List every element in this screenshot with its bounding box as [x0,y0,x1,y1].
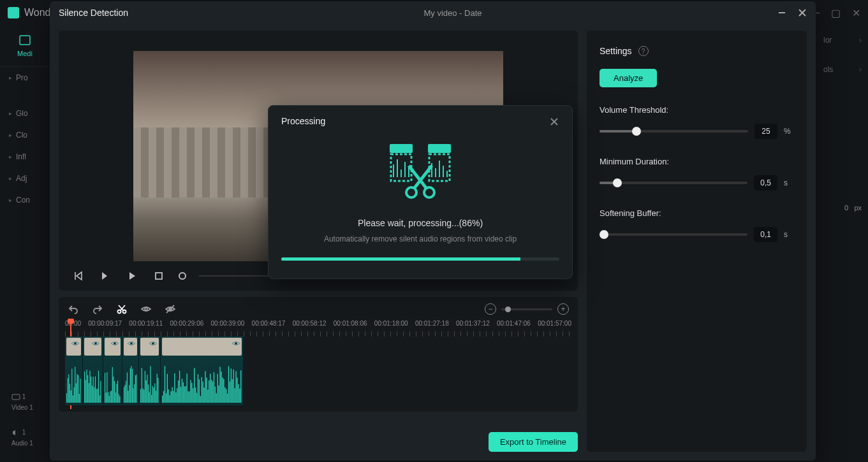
timeline-clip[interactable] [139,336,161,405]
bg-window-max-icon[interactable]: ▢ [831,7,841,19]
svg-rect-27 [84,372,85,403]
svg-rect-42 [100,381,101,403]
settings-label: Settings [600,46,632,56]
svg-rect-17 [71,369,72,403]
window-minimize-button[interactable] [777,8,786,17]
window-close-button[interactable] [798,8,807,17]
timeline-clip[interactable] [65,336,83,405]
processing-progress-bar [281,257,559,261]
svg-rect-120 [196,393,197,403]
min-duration-slider[interactable] [600,182,747,184]
visibility-button[interactable] [140,303,152,315]
svg-rect-98 [170,395,170,403]
svg-rect-18 [73,395,73,403]
help-icon[interactable]: ? [638,46,649,56]
svg-rect-57 [119,394,119,403]
svg-rect-82 [149,392,150,403]
soften-buffer-slider[interactable] [600,233,747,236]
svg-point-43 [114,342,116,345]
svg-rect-110 [184,386,185,403]
svg-rect-117 [193,388,193,403]
svg-rect-160 [428,144,451,153]
media-icon [18,34,31,46]
bg-sidebar-item[interactable]: ▸Con [0,189,50,211]
window-header: Silence Detection My video - Date [50,1,816,24]
svg-rect-124 [202,377,202,403]
bg-sidebar-item[interactable]: ▸Glo [0,103,50,124]
svg-rect-61 [125,385,126,403]
clip-visibility-icon[interactable] [110,339,119,348]
cut-button[interactable] [116,303,128,315]
zoom-in-button[interactable]: + [557,303,569,315]
volume-threshold-slider[interactable] [600,130,748,133]
timeline-clip[interactable] [103,336,122,405]
app-logo [8,7,19,18]
svg-rect-36 [94,387,94,403]
clip-visibility-icon[interactable] [127,339,136,348]
bg-sidebar-item[interactable]: ▸Pro [0,67,50,89]
svg-rect-141 [222,377,223,403]
svg-rect-89 [157,373,158,403]
clip-visibility-icon[interactable] [149,339,158,348]
svg-rect-55 [116,384,117,403]
bg-sidebar-item[interactable]: ▸Adj [0,168,50,189]
min-duration-value[interactable]: 0,5 [754,175,777,191]
timeline-clip[interactable] [122,336,139,405]
svg-rect-93 [163,391,164,403]
bg-window-close-icon[interactable]: ✕ [852,7,860,19]
play-button[interactable] [125,269,139,283]
volume-threshold-value[interactable]: 25 [754,124,777,139]
svg-rect-85 [152,386,153,403]
clip-visibility-icon[interactable] [91,339,100,348]
analyze-button[interactable]: Analyze [600,69,657,87]
svg-rect-24 [79,394,80,403]
clip-track[interactable] [65,336,244,405]
clip-visibility-icon[interactable] [232,339,240,348]
zoom-out-button[interactable]: − [485,303,496,315]
svg-rect-104 [177,388,177,403]
svg-rect-63 [127,372,128,403]
bg-audio-track-label: 1 [11,429,26,437]
svg-rect-133 [212,382,213,403]
svg-rect-107 [180,387,181,403]
progress-handle[interactable] [179,272,186,280]
svg-rect-45 [106,393,107,403]
soften-buffer-value[interactable]: 0,1 [754,227,777,242]
step-back-button[interactable] [71,269,85,283]
svg-rect-87 [154,383,155,403]
bg-sidebar-item[interactable]: ▸Clo [0,124,50,146]
visibility-off-button[interactable] [165,303,176,315]
svg-rect-128 [206,378,207,403]
timeline-panel: − + 00:0000:00:09:1700:00:19:1100:00:29:… [59,297,578,412]
svg-rect-143 [224,387,225,403]
zoom-slider[interactable] [501,308,552,310]
volume-threshold-param: Volume Threshold: 25 % [600,105,794,139]
svg-rect-113 [188,391,188,403]
svg-rect-52 [113,377,114,403]
timeline-ruler[interactable]: 00:0000:00:09:1700:00:19:1100:00:29:0600… [65,320,571,336]
timeline-clip[interactable] [161,336,244,405]
svg-rect-112 [186,373,187,403]
stop-button[interactable] [152,269,166,283]
svg-rect-100 [172,387,172,403]
svg-rect-145 [227,394,228,403]
svg-rect-49 [110,391,110,403]
bg-sidebar-item[interactable]: ▸Infl [0,146,50,168]
timeline-clip[interactable] [83,336,103,405]
processing-close-button[interactable] [550,117,559,126]
svg-rect-76 [142,388,143,403]
svg-rect-56 [117,380,118,403]
redo-button[interactable] [92,303,103,315]
play-to-end-button[interactable] [98,269,112,283]
svg-rect-94 [165,366,165,403]
svg-rect-122 [199,379,200,403]
export-to-timeline-button[interactable]: Export to Timeline [489,432,578,452]
svg-rect-72 [136,375,136,403]
svg-rect-71 [135,375,136,403]
bg-media-label[interactable]: Medi [17,50,33,57]
svg-rect-148 [231,368,232,403]
undo-button[interactable] [68,303,79,315]
svg-rect-125 [202,382,203,403]
clip-visibility-icon[interactable] [71,339,80,348]
svg-rect-53 [114,381,115,403]
